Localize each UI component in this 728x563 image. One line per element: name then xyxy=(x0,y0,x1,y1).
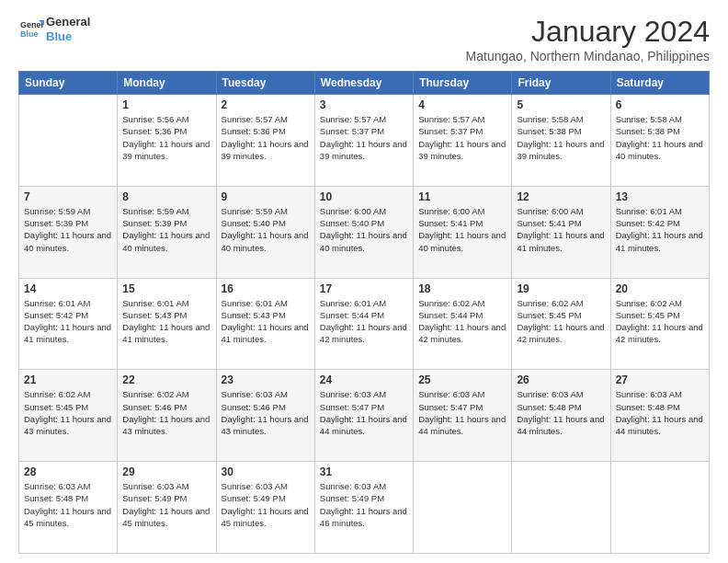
day-info: Sunrise: 6:03 AM Sunset: 5:48 PM Dayligh… xyxy=(517,388,605,437)
day-number: 30 xyxy=(222,465,310,478)
day-cell: 27Sunrise: 6:03 AM Sunset: 5:48 PM Dayli… xyxy=(610,370,709,462)
day-info: Sunrise: 6:00 AM Sunset: 5:41 PM Dayligh… xyxy=(517,205,605,254)
week-row-2: 7Sunrise: 5:59 AM Sunset: 5:39 PM Daylig… xyxy=(19,186,710,278)
day-cell: 23Sunrise: 6:03 AM Sunset: 5:46 PM Dayli… xyxy=(216,370,314,462)
day-info: Sunrise: 6:01 AM Sunset: 5:42 PM Dayligh… xyxy=(24,297,112,346)
svg-text:Blue: Blue xyxy=(20,29,39,39)
day-cell: 1Sunrise: 5:56 AM Sunset: 5:36 PM Daylig… xyxy=(118,95,216,187)
day-cell: 11Sunrise: 6:00 AM Sunset: 5:41 PM Dayli… xyxy=(414,186,512,278)
day-cell: 21Sunrise: 6:02 AM Sunset: 5:45 PM Dayli… xyxy=(19,370,118,462)
day-number: 1 xyxy=(122,98,210,111)
day-cell: 10Sunrise: 6:00 AM Sunset: 5:40 PM Dayli… xyxy=(314,186,413,278)
day-info: Sunrise: 6:03 AM Sunset: 5:46 PM Dayligh… xyxy=(222,388,310,437)
week-row-5: 28Sunrise: 6:03 AM Sunset: 5:48 PM Dayli… xyxy=(19,462,710,554)
location-subtitle: Matungao, Northern Mindanao, Philippines xyxy=(466,49,710,63)
day-info: Sunrise: 6:02 AM Sunset: 5:44 PM Dayligh… xyxy=(418,297,506,346)
day-cell: 5Sunrise: 5:58 AM Sunset: 5:38 PM Daylig… xyxy=(512,95,610,187)
day-number: 29 xyxy=(122,465,210,478)
day-number: 9 xyxy=(222,190,310,203)
day-cell: 3Sunrise: 5:57 AM Sunset: 5:37 PM Daylig… xyxy=(314,95,413,187)
day-cell xyxy=(414,462,512,554)
day-number: 15 xyxy=(122,282,210,295)
day-info: Sunrise: 5:59 AM Sunset: 5:40 PM Dayligh… xyxy=(222,205,310,254)
day-number: 26 xyxy=(517,373,605,386)
header-friday: Friday xyxy=(512,72,610,95)
day-cell: 6Sunrise: 5:58 AM Sunset: 5:38 PM Daylig… xyxy=(610,95,709,187)
day-info: Sunrise: 6:01 AM Sunset: 5:43 PM Dayligh… xyxy=(122,297,210,346)
day-info: Sunrise: 5:58 AM Sunset: 5:38 PM Dayligh… xyxy=(616,113,704,162)
logo: General Blue General Blue xyxy=(18,15,90,43)
day-cell: 25Sunrise: 6:03 AM Sunset: 5:47 PM Dayli… xyxy=(414,370,512,462)
header-wednesday: Wednesday xyxy=(314,72,413,95)
day-number: 5 xyxy=(517,98,605,111)
day-info: Sunrise: 6:02 AM Sunset: 5:45 PM Dayligh… xyxy=(616,297,704,346)
week-row-1: 1Sunrise: 5:56 AM Sunset: 5:36 PM Daylig… xyxy=(19,95,710,187)
day-number: 25 xyxy=(418,373,506,386)
day-cell: 31Sunrise: 6:03 AM Sunset: 5:49 PM Dayli… xyxy=(314,462,413,554)
day-info: Sunrise: 6:02 AM Sunset: 5:45 PM Dayligh… xyxy=(24,388,112,437)
day-number: 2 xyxy=(222,98,310,111)
day-number: 7 xyxy=(24,190,112,203)
day-cell: 29Sunrise: 6:03 AM Sunset: 5:49 PM Dayli… xyxy=(118,462,216,554)
day-info: Sunrise: 5:57 AM Sunset: 5:37 PM Dayligh… xyxy=(418,113,506,162)
day-cell: 13Sunrise: 6:01 AM Sunset: 5:42 PM Dayli… xyxy=(610,186,709,278)
day-cell: 20Sunrise: 6:02 AM Sunset: 5:45 PM Dayli… xyxy=(610,278,709,370)
day-info: Sunrise: 6:01 AM Sunset: 5:44 PM Dayligh… xyxy=(320,297,408,346)
day-info: Sunrise: 6:02 AM Sunset: 5:46 PM Dayligh… xyxy=(122,388,210,437)
day-number: 14 xyxy=(24,282,112,295)
day-info: Sunrise: 5:57 AM Sunset: 5:37 PM Dayligh… xyxy=(320,113,408,162)
logo-icon: General Blue xyxy=(18,17,44,42)
day-cell: 12Sunrise: 6:00 AM Sunset: 5:41 PM Dayli… xyxy=(512,186,610,278)
day-cell: 15Sunrise: 6:01 AM Sunset: 5:43 PM Dayli… xyxy=(118,278,216,370)
day-info: Sunrise: 6:03 AM Sunset: 5:47 PM Dayligh… xyxy=(320,388,408,437)
day-cell: 22Sunrise: 6:02 AM Sunset: 5:46 PM Dayli… xyxy=(118,370,216,462)
logo-line2: Blue xyxy=(46,29,90,44)
day-info: Sunrise: 6:03 AM Sunset: 5:49 PM Dayligh… xyxy=(320,480,408,529)
day-info: Sunrise: 5:57 AM Sunset: 5:36 PM Dayligh… xyxy=(222,113,310,162)
header-saturday: Saturday xyxy=(610,72,709,95)
day-cell: 17Sunrise: 6:01 AM Sunset: 5:44 PM Dayli… xyxy=(314,278,413,370)
day-number: 21 xyxy=(24,373,112,386)
day-cell: 19Sunrise: 6:02 AM Sunset: 5:45 PM Dayli… xyxy=(512,278,610,370)
day-number: 8 xyxy=(122,190,210,203)
day-number: 4 xyxy=(418,98,506,111)
header: General Blue General Blue January 2024 M… xyxy=(18,15,710,63)
header-tuesday: Tuesday xyxy=(216,72,314,95)
day-number: 18 xyxy=(418,282,506,295)
day-number: 20 xyxy=(616,282,704,295)
title-area: January 2024 Matungao, Northern Mindanao… xyxy=(466,15,710,63)
day-info: Sunrise: 6:03 AM Sunset: 5:47 PM Dayligh… xyxy=(418,388,506,437)
day-cell: 7Sunrise: 5:59 AM Sunset: 5:39 PM Daylig… xyxy=(19,186,118,278)
header-monday: Monday xyxy=(118,72,216,95)
day-info: Sunrise: 6:01 AM Sunset: 5:42 PM Dayligh… xyxy=(616,205,704,254)
day-number: 17 xyxy=(320,282,408,295)
page: General Blue General Blue January 2024 M… xyxy=(0,0,728,563)
day-number: 24 xyxy=(320,373,408,386)
day-cell xyxy=(19,95,118,187)
day-number: 22 xyxy=(122,373,210,386)
month-title: January 2024 xyxy=(466,15,710,49)
day-number: 13 xyxy=(616,190,704,203)
day-number: 3 xyxy=(320,98,408,111)
day-cell: 9Sunrise: 5:59 AM Sunset: 5:40 PM Daylig… xyxy=(216,186,314,278)
day-info: Sunrise: 6:00 AM Sunset: 5:41 PM Dayligh… xyxy=(418,205,506,254)
day-info: Sunrise: 6:03 AM Sunset: 5:48 PM Dayligh… xyxy=(616,388,704,437)
day-cell: 30Sunrise: 6:03 AM Sunset: 5:49 PM Dayli… xyxy=(216,462,314,554)
day-info: Sunrise: 6:02 AM Sunset: 5:45 PM Dayligh… xyxy=(517,297,605,346)
day-number: 10 xyxy=(320,190,408,203)
day-number: 12 xyxy=(517,190,605,203)
day-info: Sunrise: 5:59 AM Sunset: 5:39 PM Dayligh… xyxy=(24,205,112,254)
calendar: Sunday Monday Tuesday Wednesday Thursday… xyxy=(18,71,710,554)
day-info: Sunrise: 6:01 AM Sunset: 5:43 PM Dayligh… xyxy=(222,297,310,346)
header-sunday: Sunday xyxy=(19,72,118,95)
week-row-3: 14Sunrise: 6:01 AM Sunset: 5:42 PM Dayli… xyxy=(19,278,710,370)
calendar-header-row: Sunday Monday Tuesday Wednesday Thursday… xyxy=(19,72,710,95)
day-number: 28 xyxy=(24,465,112,478)
day-number: 11 xyxy=(418,190,506,203)
day-cell: 28Sunrise: 6:03 AM Sunset: 5:48 PM Dayli… xyxy=(19,462,118,554)
day-info: Sunrise: 5:56 AM Sunset: 5:36 PM Dayligh… xyxy=(122,113,210,162)
day-info: Sunrise: 6:03 AM Sunset: 5:48 PM Dayligh… xyxy=(24,480,112,529)
day-number: 23 xyxy=(222,373,310,386)
day-cell: 4Sunrise: 5:57 AM Sunset: 5:37 PM Daylig… xyxy=(414,95,512,187)
day-info: Sunrise: 5:59 AM Sunset: 5:39 PM Dayligh… xyxy=(122,205,210,254)
